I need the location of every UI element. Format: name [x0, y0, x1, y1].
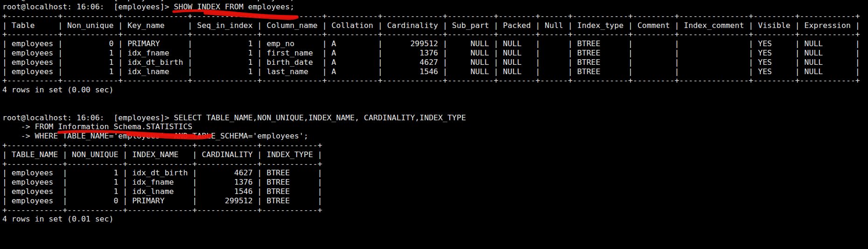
table-data-row: | employees | 1 | idx_dt_birth | 1 | bir… — [2, 58, 860, 67]
table-data-row: | employees | 1 | idx_lname | 1 | last_n… — [2, 67, 860, 76]
table-border: +-----------+------------+--------------… — [2, 12, 860, 21]
table-border: +------------+------------+-------------… — [2, 141, 860, 150]
blank-line — [2, 104, 860, 113]
prompt-command-line: root@localhost: 16:06: [employees]> SHOW… — [2, 2, 860, 12]
table-data-row: | employees | 1 | idx_fname | 1 | first_… — [2, 48, 860, 58]
status-line: 4 rows in set (0.01 sec) — [2, 214, 860, 224]
prompt-command-line: root@localhost: 16:06: [employees]> SELE… — [2, 113, 860, 123]
table-data-row: | employees | 1 | idx_fname | 1376 | BTR… — [2, 178, 860, 187]
table-data-row: | employees | 0 | PRIMARY | 1 | emp_no |… — [2, 39, 860, 48]
table-header-row: | Table | Non_unique | Key_name | Seq_in… — [2, 21, 860, 30]
continuation-line: -> WHERE TABLE_NAME='employees' AND TABL… — [2, 131, 860, 141]
table-header-row: | TABLE_NAME | NON_UNIQUE | INDEX_NAME |… — [2, 150, 860, 159]
table-border: +------------+------------+-------------… — [2, 206, 860, 215]
table-border: +-----------+------------+--------------… — [2, 76, 860, 85]
terminal-screen[interactable]: root@localhost: 16:06: [employees]> SHOW… — [0, 0, 868, 249]
continuation-line: -> FROM Information_Schema.STATISTICS — [2, 122, 860, 131]
table-data-row: | employees | 1 | idx_lname | 1546 | BTR… — [2, 187, 860, 196]
table-border: +------------+------------+-------------… — [2, 159, 860, 169]
table-data-row: | employees | 0 | PRIMARY | 299512 | BTR… — [2, 196, 860, 206]
table-border: +-----------+------------+--------------… — [2, 30, 860, 39]
table-data-row: | employees | 1 | idx_dt_birth | 4627 | … — [2, 168, 860, 178]
blank-line — [2, 95, 860, 104]
status-line: 4 rows in set (0.00 sec) — [2, 85, 860, 95]
terminal-output: root@localhost: 16:06: [employees]> SHOW… — [2, 0, 860, 224]
